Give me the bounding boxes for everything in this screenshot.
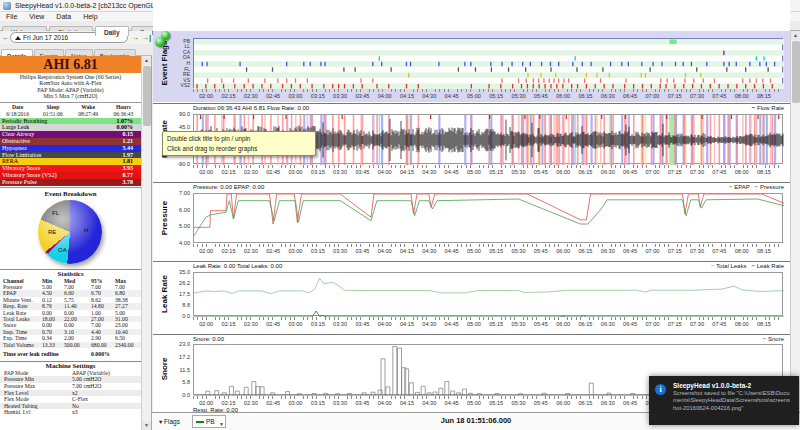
x-tick-label: 03:15 [311,400,325,406]
event-value: 1.97 [123,152,134,159]
x-tick-label: 02:15 [222,400,236,406]
x-tick-label: 03:45 [355,400,369,406]
x-tick-label: 08:15 [757,93,771,99]
x-tick-label: 05:45 [534,248,548,254]
x-tick-label: 05:30 [512,93,526,99]
sidebar-scrollbar[interactable]: ▲ ▼ [141,56,151,430]
main-scrollbar[interactable]: ▲ [790,31,800,412]
pressure-panel[interactable]: Pressure: 0.00 EPAP: 0.00− EPAP− Pressur… [153,182,790,260]
x-tick-label: 05:45 [534,321,548,327]
event-value: 5.44 [123,145,134,152]
stats-cell: 2340.00 [115,342,133,348]
x-tick-label: 02:45 [266,400,280,406]
event-value: 1.21 [123,138,134,145]
x-tick-label: 03:15 [311,248,325,254]
setting-row-pressure-max: Pressure Max7.00 cmH2O [0,383,141,390]
setting-label: Humid. Lvl [4,409,31,416]
setting-label: Flex Mode [4,396,29,403]
x-tick-label: 07:30 [690,248,704,254]
x-tick-label: 02:00 [199,248,213,254]
x-tick-label: 05:30 [512,169,526,175]
y-tick-label: 0.0 [160,392,190,398]
session-cell: Hours [106,104,141,111]
y-tick-label: 11.5 [160,367,190,373]
machine-settings-table: PAP ModeAPAP (Variable)Pressure Min5.00 … [0,370,141,416]
latest-day-button[interactable]: →| [141,32,151,43]
setting-value: 5.00 cmH2O [72,376,101,383]
legend-epap: − EPAP [729,184,750,190]
snore-header: Snore: 0.00 [193,336,224,342]
x-tick-label: 07:45 [712,169,726,175]
menu-view[interactable]: View [23,12,50,21]
toast-message: Screenshot saved to file "C:\Users\ESB\D… [673,390,793,412]
scroll-up-icon[interactable]: ▲ [791,31,800,40]
x-tick-label: 04:45 [445,93,459,99]
x-tick-label: 06:30 [601,400,615,406]
tab-daily[interactable]: Daily [95,26,129,36]
tooltip-line2: Click and drag to reorder graphs [167,144,311,154]
x-tick-label: 03:30 [333,321,347,327]
statistics-table: ChannelMinMed95%MaxPressure5.007.007.007… [0,278,141,348]
x-tick-label: 05:45 [534,169,548,175]
next-day-button[interactable]: → [131,32,139,43]
x-tick-label: 06:15 [578,321,592,327]
session-cell: 6/18/2016 [0,111,35,118]
event-row-large-leak: Large Leak0.00% [0,124,141,131]
menu-data[interactable]: Data [50,12,77,21]
event-row-clear-airway: Clear Airway0.15 [0,131,141,138]
leak-redline-label: Time over leak redline [3,350,59,359]
stats-row-tidal-volume: Tidal Volume13.33500.00680.002340.00 [0,342,141,348]
pie-label-fl: FL [52,210,59,216]
x-tick-label: 05:45 [534,400,548,406]
event-value: 3.78 [123,179,134,186]
event-breakdown-section: Event Breakdown HOAREFL [0,187,141,267]
event-flags-plot[interactable] [193,38,783,88]
machine-settings-title: Machine Settings [0,362,141,370]
x-tick-label: 04:45 [445,400,459,406]
x-tick-label: 06:30 [601,248,615,254]
leak-redline-value: 0.000% [91,350,110,359]
setting-row-flex-level: Flex Levelx2 [0,390,141,397]
legend-pressure: − Pressure [755,184,784,190]
x-tick-label: 02:30 [244,400,258,406]
scroll-down-icon[interactable]: ▼ [142,421,151,430]
x-tick-label: 04:30 [422,93,436,99]
machine-info-line: Min 5 Max 7 (cmH2O) [0,93,141,99]
menu-help[interactable]: Help [77,12,103,21]
x-tick-label: 06:15 [578,93,592,99]
event-breakdown-title: Event Breakdown [0,188,141,197]
session-cell: 01:51:06 [35,111,70,118]
y-tick-label: 17.5 [160,291,190,297]
leak-rate-panel[interactable]: Leak Rate: 0.00 Total Leaks: 0.00− Total… [153,261,790,333]
x-tick-label: 05:00 [467,93,481,99]
x-tick-label: 04:15 [400,400,414,406]
x-tick-label: 05:30 [512,248,526,254]
sidebar-scroll-thumb[interactable] [143,66,151,126]
pressure-plot[interactable] [193,193,783,243]
x-tick-label: 02:15 [222,321,236,327]
event-label: RERA [2,158,18,165]
setting-label: PAP Mode [4,370,28,377]
setting-value: 7.00 cmH2O [72,383,101,390]
x-tick-label: 04:15 [400,248,414,254]
pin-icon[interactable] [154,31,172,47]
x-tick-label: 03:15 [311,93,325,99]
event-label: Pressure Pulse [2,179,37,186]
x-tick-label: 03:45 [355,93,369,99]
pie-label-re: RE [48,229,56,235]
x-tick-label: 02:45 [266,321,280,327]
x-tick-label: 05:30 [512,400,526,406]
x-tick-label: 06:00 [556,248,570,254]
main-scroll-thumb[interactable] [792,41,800,103]
x-tick-label: 06:30 [601,169,615,175]
setting-row-pap-mode: PAP ModeAPAP (Variable) [0,370,141,377]
menu-file[interactable]: File [0,12,23,21]
prev-day-button[interactable]: ← [2,32,10,43]
x-tick-label: 06:45 [623,321,637,327]
leak-rate-plot[interactable] [193,272,783,316]
toast-notification[interactable]: i SleepyHead v1.0.0-beta-2 Screenshot sa… [649,376,799,425]
x-tick-label: 06:45 [623,93,637,99]
x-tick-label: 05:15 [489,248,503,254]
scroll-up-icon[interactable]: ▲ [142,56,151,65]
event-flags-panel[interactable]: Event FlagsPBLLCAOAHFLREVSVS202:0002:150… [153,31,790,102]
